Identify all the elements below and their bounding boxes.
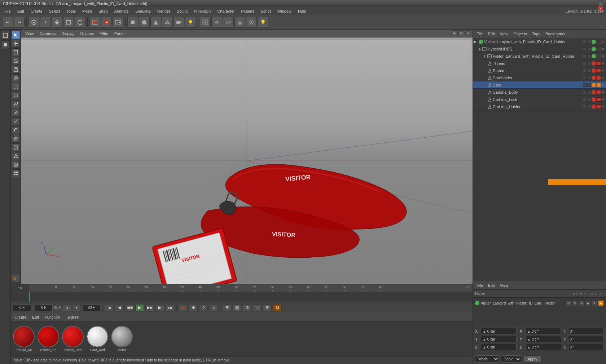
tool-magnet[interactable] bbox=[12, 126, 20, 134]
extra-icon-4[interactable]: ▶ bbox=[585, 300, 591, 306]
array-button[interactable] bbox=[200, 17, 211, 28]
menu-create[interactable]: Create bbox=[28, 8, 45, 14]
undo-button[interactable]: ↩ bbox=[2, 17, 13, 28]
scale-select[interactable]: Scale Size bbox=[501, 355, 521, 363]
rotate-tool[interactable] bbox=[75, 17, 85, 28]
menu-render[interactable]: Render bbox=[154, 8, 173, 14]
motion-button[interactable]: M bbox=[273, 304, 282, 311]
p-rot-field[interactable]: 0 ° bbox=[568, 336, 604, 342]
extra-icon-5[interactable]: ≡ bbox=[592, 300, 597, 306]
tool-texture[interactable] bbox=[12, 143, 20, 151]
menu-window[interactable]: Window bbox=[275, 8, 294, 14]
play-button[interactable]: ▶ bbox=[135, 304, 144, 311]
vp-menu-cameras[interactable]: Cameras bbox=[38, 31, 57, 36]
hierarchy-top-item[interactable]: ▶ Visitor_Lanyard_with_Plastic_ID_Card_H… bbox=[473, 38, 606, 45]
transport-step-up[interactable]: ▲ bbox=[63, 304, 71, 311]
obj-primitive[interactable] bbox=[127, 17, 138, 28]
vp-lock-icon[interactable]: ⊕ bbox=[452, 30, 457, 36]
viewport[interactable]: View Cameras Display Options Filter Pane… bbox=[21, 30, 473, 284]
menu-character[interactable]: Character bbox=[214, 8, 237, 14]
hierarchy-lanyard-group[interactable]: ▼ Visitor_Lanyard_with_Plastic_ID_Card_H… bbox=[473, 53, 606, 60]
vp-menu-filter[interactable]: Filter bbox=[98, 31, 110, 36]
move-tool[interactable] bbox=[52, 17, 62, 28]
menu-file[interactable]: File bbox=[1, 8, 14, 14]
extra-icon-6[interactable]: ► bbox=[598, 300, 604, 306]
hierarchy-card[interactable]: Card ✕ bbox=[473, 81, 606, 89]
floor-button[interactable] bbox=[234, 17, 245, 28]
y-size-field[interactable]: ▲ 0 cm bbox=[525, 336, 561, 342]
obj-scene[interactable] bbox=[162, 17, 173, 28]
menu-mograph[interactable]: MoGraph bbox=[191, 8, 214, 14]
vp-menu-panel[interactable]: Panel bbox=[113, 31, 126, 36]
menu-mesh[interactable]: Mesh bbox=[79, 8, 95, 14]
mat-menu-function[interactable]: Function bbox=[43, 315, 61, 320]
mat-menu-texture[interactable]: Texture bbox=[64, 315, 80, 320]
auto-key-button[interactable]: ⊕ bbox=[189, 304, 198, 311]
hierarchy-ribbon[interactable]: Ribbon ✕ bbox=[473, 67, 606, 74]
vp-menu-display[interactable]: Display bbox=[60, 31, 76, 36]
timeline-track[interactable] bbox=[11, 292, 473, 302]
obj-light[interactable] bbox=[185, 17, 196, 28]
menu-tools[interactable]: Tools bbox=[63, 8, 79, 14]
start-frame-field[interactable] bbox=[35, 305, 53, 311]
material-ribbon-red[interactable]: Ribbon_Re bbox=[38, 326, 59, 352]
hierarchy-thread[interactable]: Thread ✕ bbox=[473, 60, 606, 67]
end-frame-field[interactable] bbox=[82, 305, 100, 311]
menu-simulate[interactable]: Simulate bbox=[132, 8, 154, 14]
tool-extra[interactable] bbox=[12, 169, 20, 177]
menu-plugins[interactable]: Plugins bbox=[238, 8, 257, 14]
obj-camera[interactable] bbox=[174, 17, 184, 28]
goto-start-button[interactable]: ⏮ bbox=[105, 304, 114, 311]
render-region-button[interactable] bbox=[89, 17, 100, 28]
tool-tweak[interactable] bbox=[12, 135, 20, 143]
snap-button[interactable]: ⊙ bbox=[243, 304, 251, 311]
material-metall[interactable]: Metall bbox=[111, 326, 133, 352]
material-card-red[interactable]: Card_Red bbox=[87, 326, 108, 352]
apply-button[interactable]: Apply bbox=[523, 355, 541, 363]
hierarchy-carbine-holder[interactable]: Carbine_Holder ✕ bbox=[473, 103, 606, 110]
menu-animate[interactable]: Animate bbox=[111, 8, 132, 14]
hier-menu-objects[interactable]: Objects bbox=[512, 31, 528, 36]
tool-scale[interactable] bbox=[12, 48, 20, 56]
hier-menu-view[interactable]: View bbox=[499, 31, 510, 36]
hierarchy-carbine-lock[interactable]: Carbine_Lock ✕ bbox=[473, 96, 606, 103]
render-to-picture-viewer[interactable] bbox=[113, 17, 123, 28]
hier-menu-bookmarks[interactable]: Bookmarks bbox=[544, 31, 567, 36]
menu-sculpt[interactable]: Sculpt bbox=[174, 8, 191, 14]
tool-weight[interactable] bbox=[12, 161, 20, 169]
z-size-field[interactable]: ▲ 0 cm bbox=[525, 344, 561, 350]
world-select[interactable]: World Object Camera bbox=[475, 355, 499, 363]
key-help-button[interactable]: ? bbox=[199, 304, 208, 311]
frame-mode-button[interactable]: ▤ bbox=[233, 304, 241, 311]
b-rot-field[interactable]: 0 ° bbox=[568, 344, 604, 350]
play-forward-button[interactable]: ▶▶ bbox=[145, 304, 154, 311]
menu-edit[interactable]: Edit bbox=[14, 8, 27, 14]
menu-snap[interactable]: Snap bbox=[96, 8, 111, 14]
frame-plus-button[interactable]: ⊞ bbox=[223, 304, 231, 311]
vp-settings-icon[interactable]: × bbox=[465, 30, 471, 36]
tool-obj-select[interactable] bbox=[12, 66, 20, 74]
c4d-tab[interactable]: MAXON CINEMA 4D bbox=[548, 179, 606, 185]
mat-menu-edit[interactable]: Edit bbox=[31, 315, 40, 320]
coord-menu-file[interactable]: File bbox=[475, 283, 484, 288]
redo-button[interactable]: ↪ bbox=[14, 17, 25, 28]
vp-menu-options[interactable]: Options bbox=[79, 31, 95, 36]
material-thread-red[interactable]: Thread_Re bbox=[13, 326, 35, 352]
x-pos-field[interactable]: ▲ 0 cm bbox=[481, 328, 517, 334]
tool-live-sel[interactable] bbox=[12, 74, 20, 82]
hier-menu-tags[interactable]: Tags bbox=[531, 31, 542, 36]
sidebar-mode-2[interactable] bbox=[1, 40, 10, 49]
tool-select[interactable] bbox=[12, 31, 20, 39]
render-active-button[interactable] bbox=[101, 17, 112, 28]
current-frame-field[interactable] bbox=[13, 305, 31, 311]
hierarchy-hypernurbs[interactable]: ▶ HyperNURBS ✕ bbox=[473, 45, 606, 53]
coord-menu-edit[interactable]: Edit bbox=[487, 283, 496, 288]
connect-button[interactable] bbox=[211, 17, 222, 28]
hierarchy-carbine-body[interactable]: Carbine_Body ✕ bbox=[473, 89, 606, 96]
mat-menu-create[interactable]: Create bbox=[13, 315, 28, 320]
tool-path-sel[interactable] bbox=[12, 100, 20, 108]
scene-viewport[interactable]: Perspective bbox=[21, 37, 473, 284]
coord-menu-view[interactable]: View bbox=[499, 283, 510, 288]
goto-end-button[interactable]: ⏭ bbox=[166, 304, 174, 311]
hier-menu-edit[interactable]: Edit bbox=[487, 31, 496, 36]
